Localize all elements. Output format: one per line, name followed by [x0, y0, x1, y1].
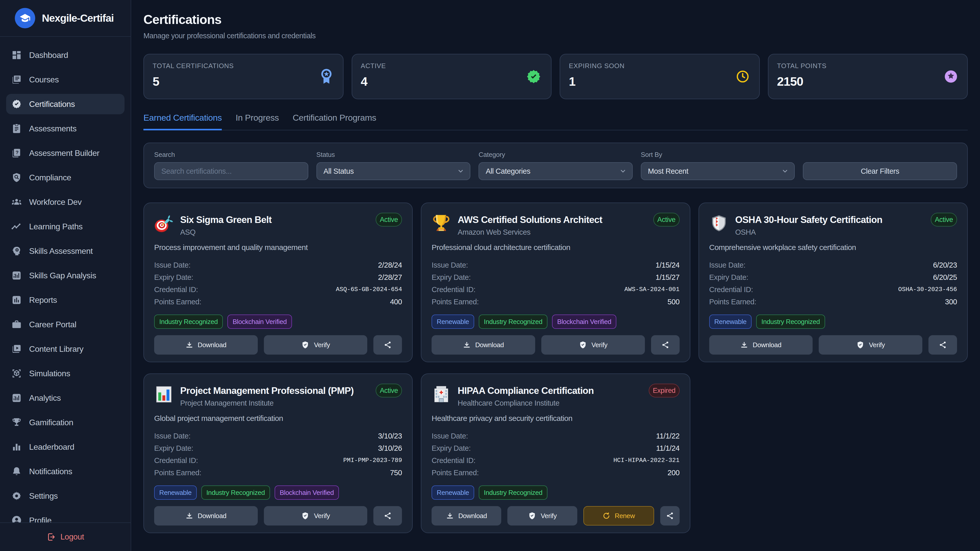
svg-text:?: ?: [16, 150, 18, 155]
